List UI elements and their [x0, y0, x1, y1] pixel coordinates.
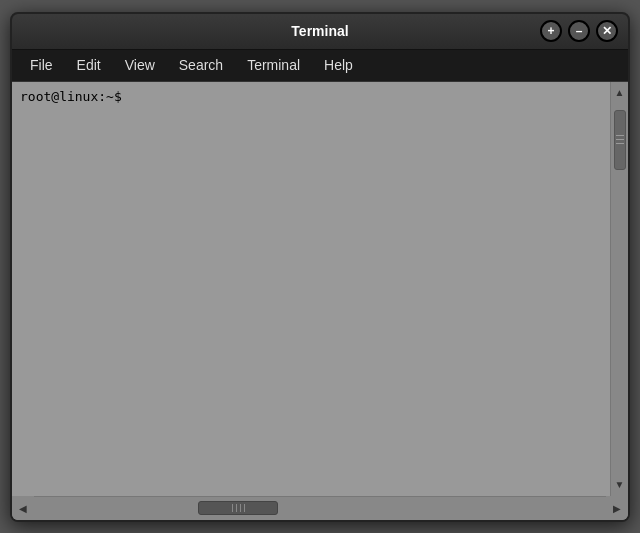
- thumb-line-1: [616, 135, 624, 136]
- window-controls: + – ✕: [540, 20, 618, 42]
- title-bar: Terminal + – ✕: [12, 14, 628, 50]
- terminal-content[interactable]: root@linux:~$: [12, 82, 610, 496]
- menu-edit[interactable]: Edit: [67, 53, 111, 77]
- terminal-text-area[interactable]: root@linux:~$: [12, 82, 610, 496]
- close-button[interactable]: ✕: [596, 20, 618, 42]
- terminal-body: root@linux:~$ ▲ ▼: [12, 82, 628, 520]
- add-button[interactable]: +: [540, 20, 562, 42]
- h-thumb-line-1: [232, 504, 233, 512]
- scroll-down-arrow[interactable]: ▼: [611, 474, 629, 496]
- scroll-thumb-horizontal[interactable]: [198, 501, 278, 515]
- menu-bar: File Edit View Search Terminal Help: [12, 50, 628, 82]
- scroll-track-horizontal[interactable]: [34, 497, 606, 520]
- window-title: Terminal: [291, 23, 348, 39]
- menu-search[interactable]: Search: [169, 53, 233, 77]
- menu-help[interactable]: Help: [314, 53, 363, 77]
- thumb-line-3: [616, 143, 624, 144]
- h-thumb-line-3: [240, 504, 241, 512]
- h-thumb-line-4: [244, 504, 245, 512]
- scroll-track-vertical[interactable]: [611, 104, 628, 474]
- menu-file[interactable]: File: [20, 53, 63, 77]
- scroll-right-arrow[interactable]: ▶: [606, 496, 628, 520]
- prompt-line: root@linux:~$: [20, 88, 602, 106]
- scroll-thumb-vertical[interactable]: [614, 110, 626, 170]
- vertical-scrollbar[interactable]: ▲ ▼: [610, 82, 628, 496]
- terminal-window: Terminal + – ✕ File Edit View Search Ter…: [10, 12, 630, 522]
- scroll-up-arrow[interactable]: ▲: [611, 82, 629, 104]
- minimize-button[interactable]: –: [568, 20, 590, 42]
- thumb-line-2: [616, 139, 624, 140]
- menu-view[interactable]: View: [115, 53, 165, 77]
- horizontal-scrollbar[interactable]: ◀ ▶: [12, 496, 628, 520]
- scroll-left-arrow[interactable]: ◀: [12, 496, 34, 520]
- menu-terminal[interactable]: Terminal: [237, 53, 310, 77]
- h-thumb-line-2: [236, 504, 237, 512]
